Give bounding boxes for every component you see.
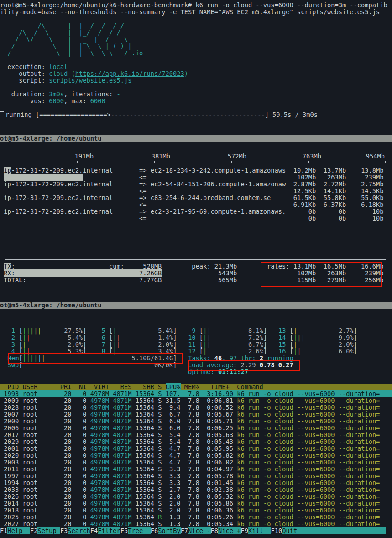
k6-logo-line: /\ |‾‾| /‾‾/ /‾/ <box>0 22 392 29</box>
process-row-pid-2029[interactable]: 2029 root 20 0 4978M 4871M 15364 S 5.4 7… <box>0 438 392 445</box>
iftop-scale-tick <box>5 161 5 163</box>
window-titlebar-htop[interactable]: ot@m5-4xlarge: /home/ubuntu <box>0 302 392 309</box>
k6-logo-line: / \/ \ | | / ‾‾\ <box>0 36 392 43</box>
fnkey-f7-button[interactable]: F7 <box>181 527 188 534</box>
iftop-scale-label: 954Mb <box>353 153 385 160</box>
iftop-pane: 191Mb381Mb572Mb763Mb954Mb ip-172-31-72-2… <box>0 142 392 302</box>
iftop-scale-label: 572Mb <box>214 153 246 160</box>
k6-cloud-run-link[interactable]: https://app.k6.io/runs/720023 <box>75 70 184 77</box>
iftop-tx-totals-row: TX: cum: 528MB peak: 21.3Mb rates: 13.1M… <box>0 263 392 270</box>
process-row-pid-2020[interactable]: 2020 root 20 0 4978M 4871M 15364 S 4.7 7… <box>0 452 392 459</box>
fnkey-f10-button[interactable]: F10 <box>271 527 282 534</box>
spinner-icon <box>0 111 4 117</box>
iftop-flow-tx-row[interactable]: ip-172-31-72-209.ec2.internal => ec2-18-… <box>0 167 392 174</box>
process-row-pid-2028[interactable]: 2028 root 20 0 4978M 4871M 15364 S 9.4 7… <box>0 404 392 411</box>
fnlabel-help[interactable]: Help <box>7 527 30 534</box>
iftop-scale-tick <box>308 161 309 163</box>
iftop-flow-rx-row[interactable]: <= 0b 0b 10b <box>0 215 392 222</box>
process-row-pid-2003[interactable]: 2003 root 20 0 4978M 4871M 15364 S 4.7 7… <box>0 459 392 466</box>
iftop-flow-rx-row[interactable]: <= 12.5Kb 14.1Kb 14.5Kb <box>0 188 392 195</box>
cpu-meter-row: 3 [| 2.0%] 7 [|| 2.0%] 11 [|| 6.7%] 15 [… <box>0 341 392 348</box>
process-table-header[interactable]: PID USER PRI NI VIRT RES SHR S CPU% MEM%… <box>0 384 392 390</box>
fnkey-f5-button[interactable]: F5 <box>120 527 128 534</box>
k6-logo-line: / __________ \ |__| \__\ \___/ .io <box>0 50 392 57</box>
process-row-pid-2006[interactable]: 2006 root 20 0 4978M 4871M 15364 S 6.0 7… <box>0 425 392 432</box>
k6-execution-line: execution: local <box>0 63 392 70</box>
fnkey-f3-button[interactable]: F3 <box>60 527 68 534</box>
k6-script-line: script: scripts/website.es5.js <box>0 77 392 84</box>
iftop-flow-tx-row[interactable]: ip-172-31-72-209.ec2.internal => c83-254… <box>0 195 392 201</box>
terminal-screen: root@m5-4xlarge:/home/ubuntu/k6-hardware… <box>0 0 392 538</box>
shell-prompt-line-1: root@m5-4xlarge:/home/ubuntu/k6-hardware… <box>0 2 392 9</box>
fnkey-f1-button[interactable]: F1 <box>0 527 7 534</box>
iftop-scale-ruler <box>5 161 386 161</box>
iftop-totals-divider <box>5 259 386 260</box>
fnkey-f8-button[interactable]: F8 <box>211 527 218 534</box>
k6-logo-line: /\ / \ | |_/ / / / <box>0 29 392 36</box>
fnbar-fill <box>297 527 386 534</box>
fnlabel-kill[interactable]: Kill <box>248 527 271 534</box>
htop-pane: 1 [||||| 27.5%] 5 [| 5.4%] 9 [|| 8.1%] 1… <box>0 309 392 538</box>
fnlabel-search[interactable]: Search <box>68 527 90 534</box>
fnlabel-nice-[interactable]: Nice - <box>188 527 210 534</box>
swap-meter-row: Swp[ 0K/0K] Load average: 2.29 0.78 0.27 <box>0 362 392 369</box>
iftop-flow-tx-row[interactable]: ip-172-31-72-209.ec2.internal => ec2-54-… <box>0 181 392 188</box>
cpu-meter-row: 4 [|| 5.3%] 8 [| 3.4%] 12 [| 2.6%] 16 [|… <box>0 348 392 355</box>
process-row-pid-2027[interactable]: 2027 root 20 0 4978M 4871M 15364 S 1.3 7… <box>0 521 392 527</box>
process-row-pid-2001[interactable]: 2001 root 20 0 4978M 4871M 15364 S 4.7 7… <box>0 445 392 452</box>
k6-logo-line: / \ | |‾\ \ | (_) | <box>0 43 392 50</box>
k6-vus-line: vus: 6000, max: 6000 <box>0 98 392 105</box>
process-row-pid-2018[interactable]: 2018 root 20 0 4978M 4871M 15364 S 2.0 7… <box>0 507 392 514</box>
shell-prompt-line-2: ility-mode=base --no-thresholds --no-sum… <box>0 9 392 16</box>
iftop-total-totals-row: TOTAL: 7.77GB 565Mb 115Mb 279Mb 256Mb <box>0 277 392 284</box>
process-row-pid-2026[interactable]: 2026 root 20 0 4978M 4871M 15364 S 2.0 7… <box>0 493 392 500</box>
iftop-rx-totals-row: RX: 7.26GB 543Mb 102Mb 263Mb 239Mb <box>0 270 392 277</box>
htop-function-key-bar: F1Help F2Setup F3SearchF4FilterF5Tree F6… <box>0 527 392 534</box>
fnlabel-tree[interactable]: Tree <box>128 527 150 534</box>
process-row-pid-2000[interactable]: 2000 root 20 0 4978M 4871M 15364 S 6.0 7… <box>0 418 392 425</box>
fnlabel-quit[interactable]: Quit <box>282 527 297 534</box>
iftop-flow-rx-row[interactable]: <= 6.91Kb 6.37Kb 6.18Kb <box>0 201 392 208</box>
window-titlebar-iftop[interactable]: ot@m5-4xlarge: /home/ubuntu <box>0 135 392 142</box>
process-row-pid-2014[interactable]: 2014 root 20 0 4978M 4871M 15364 S 2.0 7… <box>0 500 392 507</box>
k6-pane: root@m5-4xlarge:/home/ubuntu/k6-hardware… <box>0 0 392 135</box>
process-row-pid-2009[interactable]: 2009 root 20 0 4978M 4871M 15364 S 31.5 … <box>0 397 392 404</box>
fnlabel-nice-[interactable]: Nice + <box>218 527 240 534</box>
process-row-pid-1994[interactable]: 1994 root 20 0 4978M 4871M 15364 S 3.3 7… <box>0 480 392 486</box>
cpu-meter-row: 1 [||||| 27.5%] 5 [| 5.4%] 9 [|| 8.1%] 1… <box>0 327 392 334</box>
process-row-pid-2007[interactable]: 2007 root 20 0 4978M 4871M 15364 S 6.7 7… <box>0 411 392 418</box>
process-row-pid-2033[interactable]: 2033 root 20 0 4978M 4871M 15364 S 2.7 7… <box>0 486 392 493</box>
iftop-flow-tx-row[interactable]: ip-172-31-72-209.ec2.internal => ec2-3-2… <box>0 208 392 215</box>
process-row-pid-2017[interactable]: 2017 root 20 0 4978M 4871M 15364 S 5.4 7… <box>0 432 392 438</box>
k6-duration-line: duration: 3m0s, iterations: - <box>0 91 392 98</box>
k6-progress-bar: running [==================>------------… <box>0 111 392 118</box>
fnlabel-filter[interactable]: Filter <box>98 527 120 534</box>
process-row-pid-1997[interactable]: 1997 root 20 0 4978M 4871M 15364 S 3.3 7… <box>0 473 392 480</box>
fnkey-f4-button[interactable]: F4 <box>90 527 98 534</box>
memory-meter-row: Mem[|||||| 5.10G/61.4G] Tasks: 46, 97 th… <box>0 355 392 362</box>
fnlabel-sortby[interactable]: SortBy <box>158 527 180 534</box>
iftop-scale-tick <box>231 161 232 163</box>
iftop-flow-rx-row[interactable]: <= 102Mb 263Mb 239Mb <box>0 174 392 181</box>
fnkey-f6-button[interactable]: F6 <box>151 527 158 534</box>
k6-output-line: output: cloud (https://app.k6.io/runs/72… <box>0 70 392 77</box>
cpu-meter-row: 2 [|| 5.4%] 6 [|| 1.4%] 10 [|| 7.2%] 14 … <box>0 334 392 341</box>
iftop-scale-label: 191Mb <box>62 153 94 160</box>
iftop-scale-label: 381Mb <box>138 153 170 160</box>
iftop-scale-label: 763Mb <box>289 153 321 160</box>
process-row-pid-2011[interactable]: 2011 root 20 0 4978M 4871M 15364 S 3.3 7… <box>0 466 392 473</box>
fnkey-f2-button[interactable]: F2 <box>30 527 37 534</box>
process-row-pid-2025[interactable]: 2025 root 20 0 4978M 4871M 15364 R 1.3 7… <box>0 514 392 521</box>
fnlabel-setup[interactable]: Setup <box>37 527 60 534</box>
iftop-scale-tick <box>77 161 78 163</box>
process-row-pid-1993[interactable]: 1993 root 20 0 4978M 4871M 15364 S 107. … <box>0 390 392 397</box>
iftop-scale-tick <box>154 161 155 163</box>
iftop-scale-tick <box>385 161 386 163</box>
fnkey-f9-button[interactable]: F9 <box>241 527 248 534</box>
uptime-row: Uptime: 01:11:27 <box>0 369 392 375</box>
